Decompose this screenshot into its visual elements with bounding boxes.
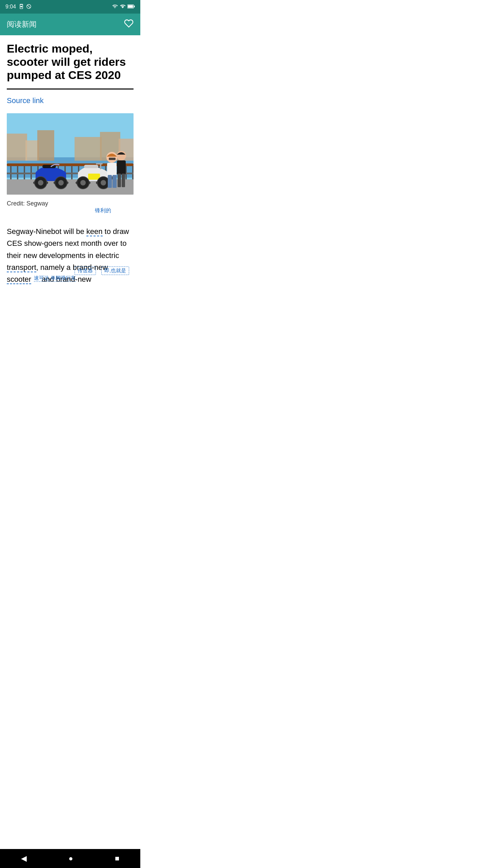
svg-point-50 [106, 152, 117, 163]
sim-icon [19, 4, 24, 10]
svg-point-39 [58, 180, 64, 185]
article-content: Electric moped, scooter will get riders … [0, 35, 140, 292]
do-not-disturb-icon [26, 4, 32, 10]
svg-rect-1 [134, 5, 135, 7]
svg-rect-58 [122, 174, 125, 187]
image-credit: Credit: Segway [7, 200, 134, 207]
svg-rect-5 [7, 134, 27, 161]
status-right-icons [112, 4, 135, 10]
app-bar: 阅读新闻 [0, 14, 140, 35]
svg-point-47 [80, 180, 86, 185]
keen-tooltip: 锋利的 [95, 207, 111, 214]
wifi-icon [112, 4, 118, 10]
status-bar-left: 9:04 [5, 4, 32, 10]
signal-icon [120, 4, 125, 10]
svg-rect-56 [117, 160, 126, 175]
svg-rect-42 [88, 174, 100, 180]
svg-rect-7 [37, 130, 54, 161]
article-image [7, 113, 134, 195]
svg-point-37 [38, 180, 43, 185]
svg-rect-54 [109, 158, 116, 160]
transport-annotations: 传送器 即,也就是 [75, 267, 129, 275]
status-left-icons [19, 4, 32, 10]
transport-badge-2: 即,也就是 [101, 267, 129, 275]
svg-rect-51 [107, 163, 117, 176]
svg-rect-8 [75, 137, 102, 161]
keen-annotation-container: 锋利的 [7, 215, 134, 225]
svg-point-49 [101, 180, 106, 185]
svg-rect-53 [113, 175, 117, 188]
svg-rect-52 [108, 175, 112, 188]
transport-badge-1: 传送器 [75, 267, 96, 275]
status-bar: 9:04 [0, 0, 140, 14]
svg-rect-45 [96, 163, 103, 164]
svg-rect-57 [118, 174, 121, 187]
battery-icon [127, 4, 135, 10]
svg-rect-43 [84, 165, 98, 168]
title-divider [7, 88, 134, 90]
transport-word: transport [7, 263, 36, 272]
scooter-word: scooter [7, 275, 31, 284]
status-time: 9:04 [5, 4, 16, 10]
keen-word: keen [86, 227, 103, 236]
svg-rect-6 [25, 140, 39, 161]
svg-rect-2 [128, 5, 133, 8]
source-link[interactable]: Source link [7, 96, 134, 105]
scooter-annotation: 速可达,单脚滑行车 [34, 275, 76, 282]
app-bar-title: 阅读新闻 [7, 19, 37, 29]
article-body: 锋利的 Segway-Ninebot will be keen to draw … [7, 215, 134, 292]
article-title: Electric moped, scooter will get riders … [7, 42, 134, 82]
favorite-button[interactable] [124, 19, 134, 31]
